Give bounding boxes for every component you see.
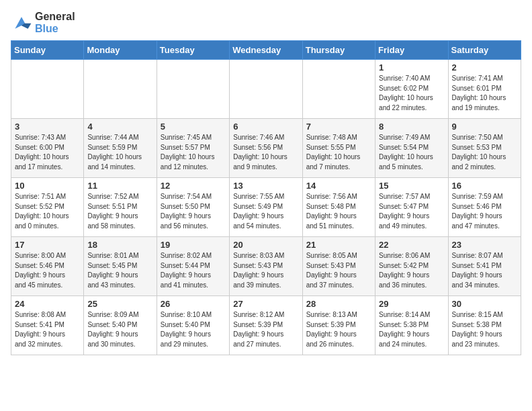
day-info: Sunrise: 8:15 AMSunset: 5:38 PMDaylight:…	[452, 310, 517, 349]
calendar-cell: 1Sunrise: 7:40 AMSunset: 6:02 PMDaylight…	[375, 60, 448, 119]
day-info: Sunrise: 8:08 AMSunset: 5:41 PMDaylight:…	[15, 310, 80, 349]
calendar-cell	[84, 60, 157, 119]
calendar-cell: 22Sunrise: 8:06 AMSunset: 5:42 PMDayligh…	[375, 237, 448, 296]
day-number: 11	[87, 181, 152, 191]
weekday-header: Tuesday	[157, 41, 229, 60]
day-number: 23	[452, 240, 517, 250]
calendar-cell: 13Sunrise: 7:55 AMSunset: 5:49 PMDayligh…	[230, 178, 302, 237]
calendar-cell: 11Sunrise: 7:52 AMSunset: 5:51 PMDayligh…	[84, 178, 157, 237]
day-info: Sunrise: 7:45 AMSunset: 5:57 PMDaylight:…	[161, 133, 226, 172]
calendar-week-row: 10Sunrise: 7:51 AMSunset: 5:52 PMDayligh…	[11, 178, 521, 237]
day-info: Sunrise: 7:57 AMSunset: 5:47 PMDaylight:…	[379, 192, 444, 231]
day-info: Sunrise: 7:40 AMSunset: 6:02 PMDaylight:…	[379, 74, 444, 113]
day-number: 17	[15, 240, 80, 250]
calendar-cell: 7Sunrise: 7:48 AMSunset: 5:55 PMDaylight…	[302, 119, 375, 178]
day-info: Sunrise: 7:43 AMSunset: 6:00 PMDaylight:…	[15, 133, 80, 172]
day-number: 10	[15, 181, 80, 191]
day-info: Sunrise: 7:48 AMSunset: 5:55 PMDaylight:…	[306, 133, 371, 172]
day-number: 4	[87, 122, 152, 132]
day-info: Sunrise: 8:14 AMSunset: 5:38 PMDaylight:…	[379, 310, 444, 349]
day-info: Sunrise: 8:12 AMSunset: 5:39 PMDaylight:…	[233, 310, 298, 349]
day-info: Sunrise: 7:54 AMSunset: 5:50 PMDaylight:…	[161, 192, 226, 231]
calendar-cell: 5Sunrise: 7:45 AMSunset: 5:57 PMDaylight…	[157, 119, 229, 178]
calendar-cell: 12Sunrise: 7:54 AMSunset: 5:50 PMDayligh…	[157, 178, 229, 237]
day-info: Sunrise: 7:50 AMSunset: 5:53 PMDaylight:…	[452, 133, 517, 172]
day-number: 13	[233, 181, 298, 191]
calendar-week-row: 3Sunrise: 7:43 AMSunset: 6:00 PMDaylight…	[11, 119, 521, 178]
day-info: Sunrise: 8:02 AMSunset: 5:44 PMDaylight:…	[161, 251, 226, 290]
calendar-cell: 3Sunrise: 7:43 AMSunset: 6:00 PMDaylight…	[11, 119, 84, 178]
day-number: 14	[306, 181, 371, 191]
calendar-cell	[230, 60, 302, 119]
day-info: Sunrise: 8:03 AMSunset: 5:43 PMDaylight:…	[233, 251, 298, 290]
day-info: Sunrise: 7:44 AMSunset: 5:59 PMDaylight:…	[87, 133, 152, 172]
day-info: Sunrise: 7:51 AMSunset: 5:52 PMDaylight:…	[15, 192, 80, 231]
calendar-cell: 24Sunrise: 8:08 AMSunset: 5:41 PMDayligh…	[11, 296, 84, 355]
day-number: 7	[306, 122, 371, 132]
day-number: 16	[452, 181, 517, 191]
day-number: 30	[452, 299, 517, 309]
calendar-cell: 4Sunrise: 7:44 AMSunset: 5:59 PMDaylight…	[84, 119, 157, 178]
day-info: Sunrise: 7:46 AMSunset: 5:56 PMDaylight:…	[233, 133, 298, 172]
calendar-cell: 29Sunrise: 8:14 AMSunset: 5:38 PMDayligh…	[375, 296, 448, 355]
calendar-cell: 20Sunrise: 8:03 AMSunset: 5:43 PMDayligh…	[230, 237, 302, 296]
logo: General Blue	[11, 11, 75, 35]
day-number: 27	[233, 299, 298, 309]
day-number: 21	[306, 240, 371, 250]
calendar-week-row: 24Sunrise: 8:08 AMSunset: 5:41 PMDayligh…	[11, 296, 521, 355]
day-number: 9	[452, 122, 517, 132]
calendar-cell: 26Sunrise: 8:10 AMSunset: 5:40 PMDayligh…	[157, 296, 229, 355]
day-number: 25	[87, 299, 152, 309]
weekday-header: Wednesday	[230, 41, 302, 60]
logo-icon	[11, 13, 32, 32]
day-number: 1	[379, 62, 444, 73]
calendar-cell: 30Sunrise: 8:15 AMSunset: 5:38 PMDayligh…	[448, 296, 521, 355]
calendar-cell: 23Sunrise: 8:07 AMSunset: 5:41 PMDayligh…	[448, 237, 521, 296]
weekday-header: Monday	[84, 41, 157, 60]
calendar-week-row: 17Sunrise: 8:00 AMSunset: 5:46 PMDayligh…	[11, 237, 521, 296]
header: General Blue	[11, 11, 521, 35]
day-info: Sunrise: 7:41 AMSunset: 6:01 PMDaylight:…	[452, 74, 517, 113]
day-number: 18	[87, 240, 152, 250]
day-number: 26	[161, 299, 226, 309]
calendar-cell: 18Sunrise: 8:01 AMSunset: 5:45 PMDayligh…	[84, 237, 157, 296]
day-info: Sunrise: 7:52 AMSunset: 5:51 PMDaylight:…	[87, 192, 152, 231]
day-info: Sunrise: 7:55 AMSunset: 5:49 PMDaylight:…	[233, 192, 298, 231]
day-number: 19	[161, 240, 226, 250]
calendar-cell	[157, 60, 229, 119]
weekday-header: Friday	[375, 41, 448, 60]
day-info: Sunrise: 8:01 AMSunset: 5:45 PMDaylight:…	[87, 251, 152, 290]
day-number: 6	[233, 122, 298, 132]
day-info: Sunrise: 8:13 AMSunset: 5:39 PMDaylight:…	[306, 310, 371, 349]
day-info: Sunrise: 7:56 AMSunset: 5:48 PMDaylight:…	[306, 192, 371, 231]
calendar-cell: 19Sunrise: 8:02 AMSunset: 5:44 PMDayligh…	[157, 237, 229, 296]
calendar-cell: 6Sunrise: 7:46 AMSunset: 5:56 PMDaylight…	[230, 119, 302, 178]
day-number: 22	[379, 240, 444, 250]
day-info: Sunrise: 8:09 AMSunset: 5:40 PMDaylight:…	[87, 310, 152, 349]
day-number: 15	[379, 181, 444, 191]
logo-text: General Blue	[35, 11, 75, 35]
weekday-header: Sunday	[11, 41, 84, 60]
day-number: 20	[233, 240, 298, 250]
day-number: 24	[15, 299, 80, 309]
day-info: Sunrise: 8:10 AMSunset: 5:40 PMDaylight:…	[161, 310, 226, 349]
day-number: 29	[379, 299, 444, 309]
calendar-cell: 17Sunrise: 8:00 AMSunset: 5:46 PMDayligh…	[11, 237, 84, 296]
calendar-cell: 2Sunrise: 7:41 AMSunset: 6:01 PMDaylight…	[448, 60, 521, 119]
day-info: Sunrise: 7:59 AMSunset: 5:46 PMDaylight:…	[452, 192, 517, 231]
calendar-cell: 9Sunrise: 7:50 AMSunset: 5:53 PMDaylight…	[448, 119, 521, 178]
day-number: 2	[452, 62, 517, 73]
day-info: Sunrise: 8:07 AMSunset: 5:41 PMDaylight:…	[452, 251, 517, 290]
day-number: 5	[161, 122, 226, 132]
calendar-body: 1Sunrise: 7:40 AMSunset: 6:02 PMDaylight…	[11, 60, 521, 355]
calendar-week-row: 1Sunrise: 7:40 AMSunset: 6:02 PMDaylight…	[11, 60, 521, 119]
calendar-cell	[11, 60, 84, 119]
day-info: Sunrise: 8:00 AMSunset: 5:46 PMDaylight:…	[15, 251, 80, 290]
calendar-cell: 15Sunrise: 7:57 AMSunset: 5:47 PMDayligh…	[375, 178, 448, 237]
day-number: 28	[306, 299, 371, 309]
calendar-cell: 16Sunrise: 7:59 AMSunset: 5:46 PMDayligh…	[448, 178, 521, 237]
day-info: Sunrise: 8:05 AMSunset: 5:43 PMDaylight:…	[306, 251, 371, 290]
calendar-header-row: SundayMondayTuesdayWednesdayThursdayFrid…	[11, 41, 521, 60]
calendar-cell: 8Sunrise: 7:49 AMSunset: 5:54 PMDaylight…	[375, 119, 448, 178]
calendar-table: SundayMondayTuesdayWednesdayThursdayFrid…	[11, 40, 521, 355]
